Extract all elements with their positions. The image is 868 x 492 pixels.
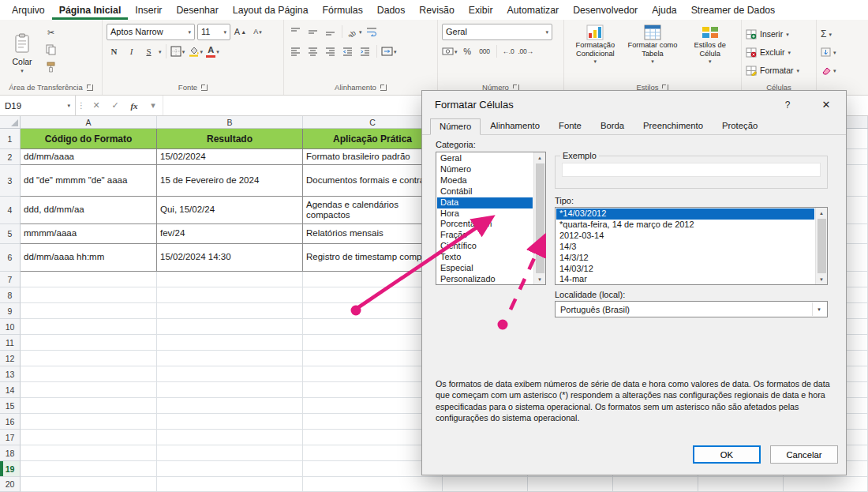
row-header-8[interactable]: 8	[0, 287, 21, 303]
cancel-button[interactable]: Cancelar	[770, 445, 838, 464]
dialog-tab-fonte[interactable]: Fonte	[549, 118, 591, 134]
category-option-contabil[interactable]: Contábil	[437, 186, 533, 197]
type-option-2012-03-14[interactable]: 2012-03-14	[556, 231, 814, 242]
category-option-geral[interactable]: Geral	[437, 153, 533, 164]
cell-B13[interactable]	[157, 366, 303, 382]
menu-tab-ajuda[interactable]: Ajuda	[645, 0, 683, 20]
align-top-button[interactable]	[288, 24, 303, 39]
insert-cells-button[interactable]: Inserir▾	[746, 26, 799, 43]
cell-B17[interactable]	[157, 430, 303, 445]
align-bottom-button[interactable]	[323, 24, 338, 39]
cell-A3[interactable]: dd "de" mmmm "de" aaaa	[21, 165, 157, 197]
row-header-2[interactable]: 2	[0, 149, 21, 165]
row-header-20[interactable]: 20	[0, 477, 21, 492]
type-option-14-03-12[interactable]: 14/03/12	[556, 264, 814, 275]
column-header-a[interactable]: A	[21, 116, 157, 128]
menu-tab-arquivo[interactable]: Arquivo	[5, 0, 52, 20]
category-option-fracao[interactable]: Fração	[437, 230, 533, 241]
row-header-10[interactable]: 10	[0, 319, 21, 335]
cell-A18[interactable]	[21, 445, 157, 461]
wrap-text-button[interactable]	[365, 24, 380, 39]
fill-button[interactable]: ▾	[821, 44, 836, 61]
cell-A7[interactable]	[21, 272, 157, 287]
row-header-6[interactable]: 6	[0, 244, 21, 272]
increase-indent-button[interactable]	[357, 43, 372, 59]
increase-font-button[interactable]: A▲	[233, 24, 248, 39]
dialog-launcher-icon[interactable]	[380, 85, 387, 91]
cell-A15[interactable]	[21, 398, 157, 414]
paste-button[interactable]: Colar ▾	[4, 23, 40, 81]
decrease-decimal-button[interactable]: .00→	[518, 43, 533, 59]
row-header-18[interactable]: 18	[0, 445, 21, 461]
cell-B14[interactable]	[157, 382, 303, 398]
cell-B9[interactable]	[157, 303, 303, 319]
row-header-13[interactable]: 13	[0, 366, 21, 382]
font-name-combobox[interactable]: Aptos Narrow▾	[107, 24, 195, 40]
row-header-17[interactable]: 17	[0, 430, 21, 445]
locale-dropdown[interactable]: Português (Brasil) ▾	[555, 301, 828, 317]
formula-bar-splitter[interactable]: ⋮	[76, 96, 87, 115]
cell-B1[interactable]: Resultado	[157, 129, 303, 149]
borders-button[interactable]: ▾	[170, 43, 185, 59]
category-option-data[interactable]: Data	[437, 197, 533, 208]
cell-A2[interactable]: dd/mm/aaaa	[21, 149, 157, 165]
type-option-quarta-feira-14-de-marco-de-2012[interactable]: *quarta-feira, 14 de março de 2012	[556, 220, 814, 231]
cell-A6[interactable]: dd/mm/aaaa hh:mm	[21, 244, 157, 272]
menu-tab-streamer-de-dados[interactable]: Streamer de Dados	[684, 0, 783, 20]
dialog-tab-alinhamento[interactable]: Alinhamento	[481, 118, 549, 134]
type-option-14-03-2012[interactable]: *14/03/2012	[556, 208, 814, 220]
row-header-7[interactable]: 7	[0, 272, 21, 287]
menu-tab-desenhar[interactable]: Desenhar	[169, 0, 225, 20]
type-option-14-3-12[interactable]: 14/3/12	[556, 253, 814, 264]
chevron-down-icon[interactable]: ▾	[159, 49, 162, 54]
cell-C20[interactable]	[303, 477, 443, 492]
menu-tab-desenvolvedor[interactable]: Desenvolvedor	[566, 0, 645, 20]
ok-button[interactable]: OK	[693, 445, 761, 464]
scroll-down-icon[interactable]: ▼	[537, 274, 542, 284]
scrollbar-thumb[interactable]	[536, 163, 544, 273]
dialog-tab-protecao[interactable]: Proteção	[713, 118, 767, 134]
dialog-launcher-icon[interactable]	[513, 85, 519, 91]
cell-B7[interactable]	[157, 272, 303, 287]
underline-button[interactable]: S	[141, 43, 156, 59]
cell-A20[interactable]	[21, 477, 157, 492]
comma-style-button[interactable]: 000	[477, 43, 492, 59]
cell-B8[interactable]	[157, 287, 303, 303]
cancel-entry-button[interactable]: ✕	[87, 96, 106, 115]
accounting-format-button[interactable]: ▾	[442, 43, 458, 59]
cell-A12[interactable]	[21, 351, 157, 366]
cell-B15[interactable]	[157, 398, 303, 414]
cell-B16[interactable]	[157, 414, 303, 430]
format-painter-button[interactable]	[43, 59, 58, 75]
select-all-corner[interactable]	[0, 116, 21, 128]
cell-B10[interactable]	[157, 319, 303, 335]
scroll-up-icon[interactable]: ▲	[537, 152, 542, 163]
cell-G20[interactable]	[698, 477, 784, 492]
cell-A19[interactable]	[21, 461, 157, 477]
cell-B2[interactable]: 15/02/2024	[157, 149, 303, 165]
cell-A14[interactable]	[21, 382, 157, 398]
cell-B20[interactable]	[157, 477, 303, 492]
clear-button[interactable]: ▾	[821, 62, 836, 79]
merge-center-button[interactable]: ▾	[381, 43, 397, 59]
row-header-16[interactable]: 16	[0, 414, 21, 430]
category-option-moeda[interactable]: Moeda	[437, 175, 533, 186]
dialog-launcher-icon[interactable]	[87, 85, 93, 91]
dialog-tab-numero[interactable]: Número	[430, 118, 481, 135]
align-middle-button[interactable]	[305, 24, 320, 39]
cell-A11[interactable]	[21, 335, 157, 351]
cell-A17[interactable]	[21, 430, 157, 445]
column-header-b[interactable]: B	[157, 116, 303, 128]
cell-D20[interactable]	[443, 477, 528, 492]
decrease-indent-button[interactable]	[340, 43, 355, 59]
fill-color-button[interactable]: ▾	[188, 43, 204, 59]
delete-cells-button[interactable]: Excluir▾	[746, 44, 799, 61]
cut-button[interactable]: ✂	[43, 24, 58, 40]
increase-decimal-button[interactable]: ←.0	[501, 43, 516, 59]
name-box[interactable]: D19 ▾	[0, 96, 76, 115]
cell-A8[interactable]	[21, 287, 157, 303]
cell-B12[interactable]	[157, 351, 303, 366]
row-header-3[interactable]: 3	[0, 165, 21, 197]
align-right-button[interactable]	[323, 43, 338, 59]
row-header-14[interactable]: 14	[0, 382, 21, 398]
